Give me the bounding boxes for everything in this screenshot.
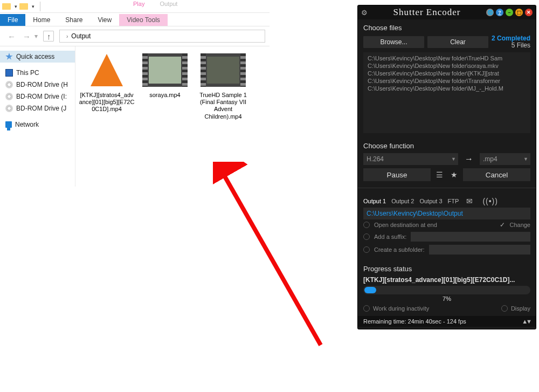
svg-line-0 <box>221 170 321 345</box>
disc-icon <box>5 81 13 88</box>
star-icon <box>5 53 13 60</box>
file-item[interactable]: TrueHD Sample 1 (Final Fantasy VII Adven… <box>195 51 251 120</box>
up-button[interactable]: ↑ <box>43 31 54 42</box>
sidebar-item-bdrom[interactable]: BD-ROM Drive (I: <box>0 91 75 102</box>
opt-open-dest[interactable]: Open destination at end ✓ Change <box>363 219 530 230</box>
app-title: Shutter Encoder <box>368 7 486 18</box>
shutter-encoder: ⚙ Shutter Encoder 🌐 ? – ⬚ ✕ Choose files… <box>358 5 536 329</box>
list-item[interactable]: C:\Users\Kevincy\Desktop\New folder\[KTK… <box>363 70 530 77</box>
output-path[interactable]: C:\Users\Kevincy\Desktop\Output <box>363 208 530 219</box>
cancel-button[interactable]: Cancel <box>463 168 530 181</box>
history-dropdown[interactable]: ▾ <box>34 32 38 40</box>
tab-output1[interactable]: Output 1 <box>363 198 386 204</box>
qa-dropdown[interactable]: ▾ <box>15 4 17 9</box>
radio-icon <box>363 233 370 240</box>
tab-home[interactable]: Home <box>25 14 58 26</box>
folder-icon <box>19 3 28 10</box>
opt-subfolder[interactable]: Create a subfolder: <box>363 243 530 256</box>
section-header: Choose function <box>363 142 530 150</box>
network-icon <box>5 121 12 128</box>
output-tabs: Output 1 Output 2 Output 3 FTP ✉ ((•)) <box>363 195 530 208</box>
back-button[interactable]: ← <box>4 31 14 41</box>
file-list[interactable]: C:\Users\Kevincy\Desktop\New folder\True… <box>363 52 530 133</box>
path-box[interactable]: › Output <box>59 30 265 43</box>
display-option[interactable]: Display <box>511 305 530 312</box>
tab-ftp[interactable]: FTP <box>448 198 459 204</box>
sidebar-item-bdrom[interactable]: BD-ROM Drive (J <box>0 102 75 114</box>
list-item[interactable]: C:\Users\Kevincy\Desktop\New folder\True… <box>363 54 530 62</box>
vlc-icon <box>91 54 123 86</box>
maximize-button[interactable]: ⬚ <box>515 9 523 16</box>
arrow-right-icon: → <box>461 154 476 164</box>
nav-pane: Quick access This PC BD-ROM Drive (H BD-… <box>0 46 75 187</box>
mail-icon[interactable]: ✉ <box>464 197 475 205</box>
list-item[interactable]: C:\Users\Kevincy\Desktop\New folder\MJ_-… <box>363 85 530 92</box>
current-file: [KTKJ][stratos4_advance][01][big5][E72C0… <box>363 276 530 284</box>
gear-icon[interactable]: ⚙ <box>361 9 368 17</box>
tab-view[interactable]: View <box>90 14 119 26</box>
list-item[interactable]: C:\Users\Kevincy\Desktop\New folder\sora… <box>363 62 530 70</box>
qa-dropdown[interactable]: ▾ <box>32 4 34 9</box>
ribbon-tabs: File Home Share View Video Tools <box>0 13 270 26</box>
pause-button[interactable]: Pause <box>363 168 431 181</box>
sidebar-item-quick-access[interactable]: Quick access <box>0 51 75 63</box>
choose-function-section: Choose function H.264▼ → .mp4▼ Pause ☰ ★… <box>358 137 536 185</box>
favorite-icon[interactable]: ★ <box>448 170 460 179</box>
opt-suffix[interactable]: Add a suffix: <box>363 230 530 243</box>
radio-icon <box>363 246 370 253</box>
codec-select[interactable]: H.264▼ <box>363 153 458 165</box>
tab-share[interactable]: Share <box>58 14 90 26</box>
sidebar-item-network[interactable]: Network <box>0 119 75 130</box>
progress-bar <box>363 286 530 294</box>
file-label: TrueHD Sample 1 (Final Fantasy VII Adven… <box>195 92 251 120</box>
address-bar: ← → ▾ ↑ › Output <box>0 26 270 46</box>
path-segment[interactable]: Output <box>71 32 91 40</box>
file-item[interactable]: [KTKJ][stratos4_advance][01][big5][E72C0… <box>79 51 135 113</box>
change-button[interactable]: Change <box>509 222 530 228</box>
minimize-button[interactable]: – <box>506 9 513 16</box>
work-inactivity[interactable]: Work during inactivity <box>373 305 429 312</box>
clear-button[interactable]: Clear <box>427 36 488 48</box>
folder-icon <box>2 3 11 10</box>
file-label: soraya.mp4 <box>137 92 193 98</box>
list-item[interactable]: C:\Users\Kevincy\Desktop\New folder\Tran… <box>363 77 530 85</box>
close-button[interactable]: ✕ <box>525 9 533 16</box>
section-header: Choose files <box>363 24 530 32</box>
sidebar-item-this-pc[interactable]: This PC <box>0 67 75 79</box>
menu-icon[interactable]: ☰ <box>434 170 445 179</box>
suffix-input[interactable] <box>411 232 530 242</box>
chevron-down-icon: ▼ <box>523 156 528 162</box>
pc-icon <box>5 69 13 77</box>
contextual-label-play: Play <box>126 0 152 8</box>
stream-icon[interactable]: ((•)) <box>480 197 500 205</box>
radio-icon <box>363 305 370 312</box>
container-select[interactable]: .mp4▼ <box>480 153 530 165</box>
radio-icon <box>501 305 508 312</box>
tab-file[interactable]: File <box>0 14 25 26</box>
tab-video-tools[interactable]: Video Tools <box>119 14 168 26</box>
footer: Remaining time: 24min 40sec - 124 fps ▲▼ <box>358 316 536 327</box>
video-thumb <box>142 53 188 87</box>
lang-button[interactable]: 🌐 <box>486 9 494 16</box>
video-thumb <box>201 53 246 87</box>
output-section: Output 1 Output 2 Output 3 FTP ✉ ((•)) C… <box>358 190 536 260</box>
progress-section: Progress status [KTKJ][stratos4_advance]… <box>358 260 536 316</box>
chevron-right-icon: › <box>66 33 68 39</box>
file-item[interactable]: soraya.mp4 <box>137 51 193 98</box>
help-button[interactable]: ? <box>496 9 503 16</box>
chevron-down-icon: ▼ <box>451 156 456 162</box>
forward-button[interactable]: → <box>19 31 29 41</box>
radio-icon <box>363 222 370 228</box>
tab-output3[interactable]: Output 3 <box>419 198 442 204</box>
sidebar-item-bdrom[interactable]: BD-ROM Drive (H <box>0 79 75 91</box>
files-area[interactable]: [KTKJ][stratos4_advance][01][big5][E72C0… <box>75 46 270 187</box>
browse-button[interactable]: Browse... <box>363 36 424 48</box>
annotation-arrow <box>213 162 337 350</box>
section-header: Progress status <box>363 265 530 273</box>
files-count: 5 Files <box>492 42 530 49</box>
file-explorer: ▾ ▾ Play Output File Home Share View Vid… <box>0 0 270 162</box>
app-titlebar: ⚙ Shutter Encoder 🌐 ? – ⬚ ✕ <box>358 5 536 19</box>
expand-toggle[interactable]: ▲▼ <box>522 318 530 325</box>
tab-output2[interactable]: Output 2 <box>391 198 414 204</box>
subfolder-input[interactable] <box>429 245 530 255</box>
